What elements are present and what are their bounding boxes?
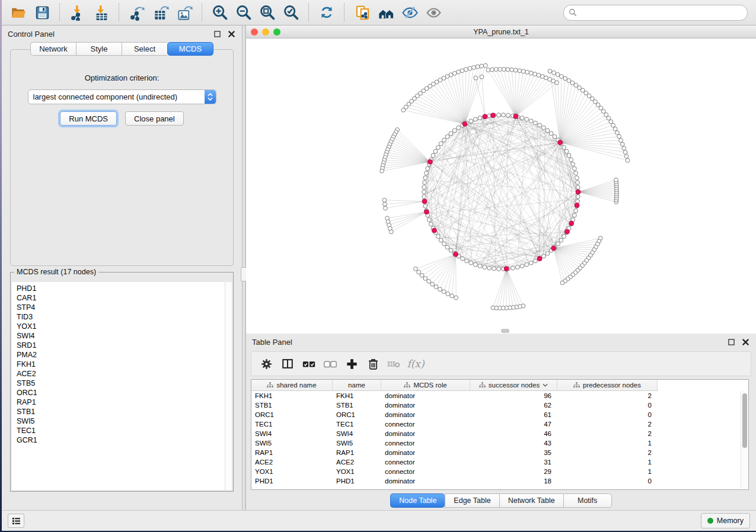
column-header-shared-name[interactable]: shared name xyxy=(251,380,333,391)
memory-button[interactable]: Memory xyxy=(701,513,750,528)
table-cell[interactable]: dominator xyxy=(381,476,470,486)
table-cell[interactable]: dominator xyxy=(381,400,470,410)
minimize-window-button[interactable] xyxy=(262,28,269,36)
table-cell[interactable]: ACE2 xyxy=(333,457,381,467)
table-cell[interactable]: 35 xyxy=(470,448,557,457)
table-cell[interactable]: FKH1 xyxy=(333,391,381,400)
float-panel-button[interactable] xyxy=(212,29,222,39)
tab-node-table[interactable]: Node Table xyxy=(390,493,445,508)
open-file-button[interactable] xyxy=(8,2,28,23)
canvas-hscroll-thumb[interactable] xyxy=(501,329,509,333)
mcds-node-item[interactable]: GCR1 xyxy=(17,435,225,445)
table-cell[interactable]: 61 xyxy=(470,410,557,419)
mcds-node-item[interactable]: CAR1 xyxy=(17,293,225,303)
network-canvas[interactable] xyxy=(246,39,756,334)
export-image-button[interactable] xyxy=(174,2,194,23)
table-cell[interactable]: 1 xyxy=(557,467,658,476)
column-header-MCDS-role[interactable]: MCDS role xyxy=(381,380,470,391)
mcds-node-item[interactable]: YOX1 xyxy=(17,322,225,331)
table-cell[interactable]: dominator xyxy=(381,391,470,400)
table-cell[interactable]: 43 xyxy=(470,438,557,448)
table-cell[interactable]: TEC1 xyxy=(251,419,333,429)
deselect-all-button[interactable] xyxy=(321,355,339,373)
mcds-node-item[interactable]: PHD1 xyxy=(17,284,225,293)
table-cell[interactable] xyxy=(658,429,748,438)
table-cell[interactable]: dominator xyxy=(381,429,470,438)
table-cell[interactable]: RAP1 xyxy=(333,448,381,457)
column-header-successor-nodes[interactable]: successor nodes xyxy=(470,380,557,391)
show-all-button[interactable] xyxy=(423,2,444,23)
delete-column-button[interactable] xyxy=(364,355,382,373)
table-cell[interactable]: connector xyxy=(381,467,470,476)
table-cell[interactable]: connector xyxy=(381,457,470,467)
table-cell[interactable]: SWI4 xyxy=(251,429,333,438)
table-cell[interactable]: FKH1 xyxy=(251,391,333,400)
table-cell[interactable]: SWI4 xyxy=(333,429,381,438)
table-cell[interactable] xyxy=(658,438,748,448)
criterion-select[interactable]: largest connected component (undirected) xyxy=(28,89,216,104)
zoom-selected-button[interactable] xyxy=(281,2,301,23)
clone-network-button[interactable] xyxy=(352,2,372,23)
table-cell[interactable]: STB1 xyxy=(251,400,333,410)
table-cell[interactable] xyxy=(658,391,748,400)
table-cell[interactable]: 31 xyxy=(470,457,557,467)
maximize-window-button[interactable] xyxy=(273,28,280,36)
tab-motifs[interactable]: Motifs xyxy=(563,493,612,508)
close-table-panel-button[interactable] xyxy=(741,337,750,347)
mcds-node-item[interactable]: STP4 xyxy=(17,303,225,312)
table-cell[interactable]: PHD1 xyxy=(251,476,333,486)
table-cell[interactable]: SWI5 xyxy=(251,438,333,448)
table-cell[interactable]: ORC1 xyxy=(333,410,381,419)
table-cell[interactable] xyxy=(658,419,748,429)
table-cell[interactable]: 18 xyxy=(470,476,557,486)
table-cell[interactable]: 47 xyxy=(470,419,557,429)
table-scrollbar[interactable] xyxy=(741,391,748,489)
tab-mcds[interactable]: MCDS xyxy=(167,42,213,56)
table-scrollbar-thumb[interactable] xyxy=(742,393,747,448)
mcds-node-item[interactable]: TID3 xyxy=(17,312,225,322)
mcds-result-list[interactable]: PHD1CAR1STP4TID3YOX1SWI4SRD1PMA2FKH1ACE2… xyxy=(12,282,225,490)
tab-edge-table[interactable]: Edge Table xyxy=(445,493,499,508)
task-history-button[interactable] xyxy=(8,514,24,528)
table-cell[interactable]: STB1 xyxy=(333,400,381,410)
zoom-in-button[interactable] xyxy=(210,2,230,23)
mcds-node-item[interactable]: SWI5 xyxy=(17,416,225,426)
table-cell[interactable]: 46 xyxy=(470,429,557,438)
delete-table-button[interactable] xyxy=(385,355,403,373)
mcds-node-item[interactable]: STB1 xyxy=(17,407,225,416)
search-box[interactable] xyxy=(563,5,748,21)
split-panel-button[interactable] xyxy=(279,355,296,373)
hide-selected-button[interactable] xyxy=(400,2,420,23)
mcds-node-item[interactable]: STB5 xyxy=(17,379,225,388)
table-cell[interactable]: 2 xyxy=(557,391,658,400)
run-mcds-button[interactable]: Run MCDS xyxy=(60,111,117,126)
export-table-button[interactable] xyxy=(151,2,171,23)
export-network-button[interactable] xyxy=(127,2,147,23)
refresh-button[interactable] xyxy=(317,2,337,23)
table-cell[interactable]: 0 xyxy=(557,476,658,486)
table-cell[interactable]: 62 xyxy=(470,400,557,410)
import-network-button[interactable] xyxy=(68,2,88,23)
table-cell[interactable]: 29 xyxy=(470,467,557,476)
mcds-list-scrollbar[interactable] xyxy=(225,282,232,490)
mcds-node-item[interactable]: TEC1 xyxy=(17,426,225,435)
table-cell[interactable] xyxy=(658,457,748,467)
node-table[interactable]: shared namenameMCDS rolesuccessor nodesp… xyxy=(251,379,749,490)
column-header-predecessor-nodes[interactable]: predecessor nodes xyxy=(557,380,658,391)
close-window-button[interactable] xyxy=(251,28,258,36)
table-cell[interactable]: TEC1 xyxy=(333,419,381,429)
mcds-node-item[interactable]: PMA2 xyxy=(17,350,225,360)
mcds-node-item[interactable]: ACE2 xyxy=(17,369,225,379)
network-graph[interactable] xyxy=(246,39,756,333)
float-table-panel-button[interactable] xyxy=(726,337,736,347)
table-cell[interactable]: YOX1 xyxy=(333,467,381,476)
zoom-out-button[interactable] xyxy=(234,2,254,23)
select-all-button[interactable] xyxy=(300,355,318,373)
table-cell[interactable] xyxy=(658,448,748,457)
table-cell[interactable]: 96 xyxy=(470,391,557,400)
table-cell[interactable]: ACE2 xyxy=(251,457,333,467)
mcds-node-item[interactable]: RAP1 xyxy=(17,398,225,407)
search-input[interactable] xyxy=(580,8,742,17)
tab-select[interactable]: Select xyxy=(122,42,167,56)
tab-network-table[interactable]: Network Table xyxy=(499,493,563,508)
